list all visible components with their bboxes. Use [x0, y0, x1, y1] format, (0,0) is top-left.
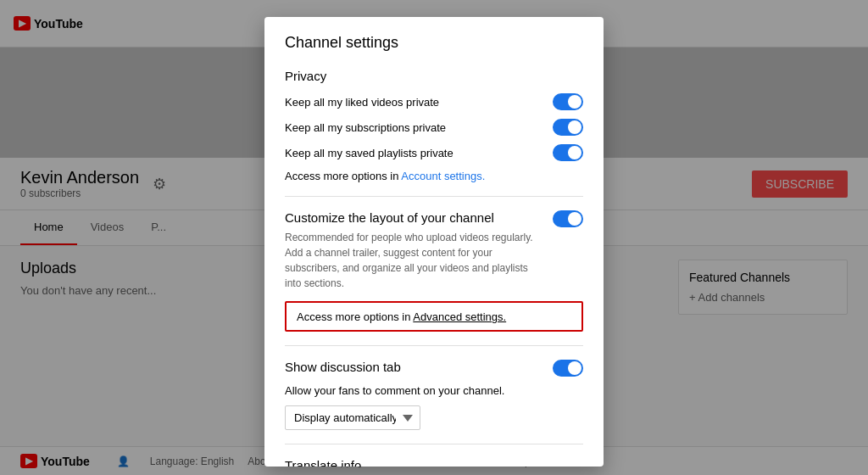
account-settings-link[interactable]: Account settings. [401, 170, 485, 182]
customize-title: Customize the layout of your channel [285, 210, 542, 225]
subscriptions-slider [553, 119, 583, 136]
discussion-desc: Allow your fans to comment on your chann… [285, 384, 583, 397]
translate-section-title: Translate info [285, 458, 583, 467]
liked-videos-toggle[interactable] [553, 93, 583, 110]
account-settings-prefix: Access more options in [285, 170, 401, 182]
discussion-toggle[interactable] [553, 360, 583, 377]
customize-slider [553, 210, 583, 227]
liked-videos-row: Keep all my liked videos private [285, 93, 583, 110]
divider-1 [285, 196, 583, 197]
customize-section: Customize the layout of your channel Rec… [285, 210, 583, 291]
subscriptions-label: Keep all my subscriptions private [285, 121, 553, 134]
modal-body: Privacy Keep all my liked videos private… [264, 69, 604, 467]
saved-playlists-row: Keep all my saved playlists private [285, 144, 583, 161]
subscriptions-row: Keep all my subscriptions private [285, 119, 583, 136]
customize-text: Customize the layout of your channel Rec… [285, 210, 542, 291]
discussion-toggle-row: Show discussion tab [285, 360, 583, 384]
privacy-section-title: Privacy [285, 69, 583, 83]
advanced-prefix: Access more options in [297, 310, 413, 323]
discussion-text: Show discussion tab [285, 360, 401, 384]
divider-2 [285, 345, 583, 346]
translate-section: Translate info Reach audiences in foreig… [285, 458, 583, 467]
discussion-section: Show discussion tab Allow your fans to c… [285, 360, 583, 430]
customize-toggle[interactable] [553, 210, 583, 227]
saved-playlists-label: Keep all my saved playlists private [285, 147, 553, 159]
saved-playlists-slider [553, 144, 583, 161]
subscriptions-toggle[interactable] [553, 119, 583, 136]
advanced-settings-link[interactable]: Advanced settings. [413, 310, 506, 323]
liked-videos-slider [553, 93, 583, 110]
customize-desc: Recommended for people who upload videos… [285, 230, 542, 291]
saved-playlists-toggle[interactable] [553, 144, 583, 161]
modal-title: Channel settings [285, 34, 583, 52]
liked-videos-label: Keep all my liked videos private [285, 96, 553, 109]
account-settings-link-row: Access more options in Account settings. [285, 170, 583, 182]
discussion-section-title: Show discussion tab [285, 360, 401, 374]
discussion-dropdown[interactable]: Display automatically Always show Never … [285, 405, 420, 430]
channel-settings-modal: Channel settings Privacy Keep all my lik… [264, 17, 604, 467]
discussion-slider [553, 360, 583, 377]
advanced-settings-box: Access more options in Advanced settings… [285, 301, 583, 332]
modal-header: Channel settings [264, 17, 604, 52]
divider-3 [285, 444, 583, 444]
